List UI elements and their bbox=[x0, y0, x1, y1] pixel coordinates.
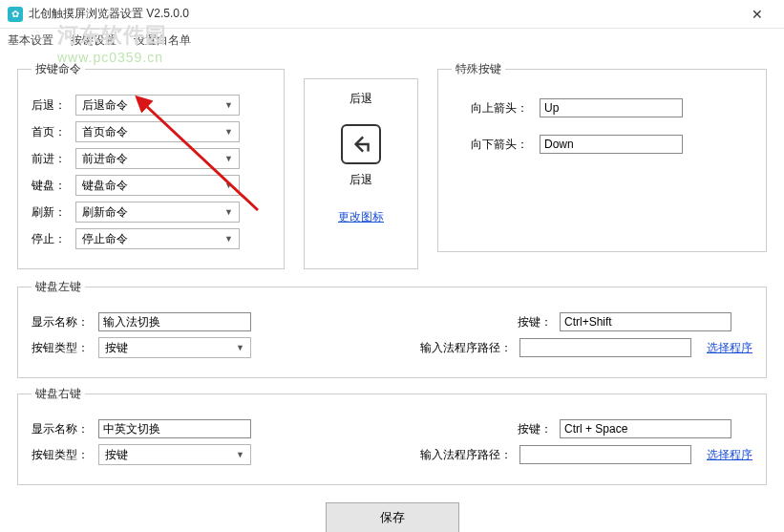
kb-left-hotkey-input[interactable] bbox=[560, 312, 731, 331]
chevron-down-icon: ▼ bbox=[224, 100, 233, 110]
back-dropdown[interactable]: 后退命令 ▼ bbox=[75, 95, 240, 116]
kb-left-legend: 键盘左键 bbox=[32, 279, 85, 295]
forward-dropdown-value: 前进命令 bbox=[82, 151, 128, 167]
home-dropdown-value: 首页命令 bbox=[82, 124, 128, 140]
save-button[interactable]: 保存 bbox=[326, 502, 459, 532]
kb-right-path-input[interactable] bbox=[519, 445, 691, 464]
kb-right-type-dropdown[interactable]: 按键 ▼ bbox=[98, 444, 251, 465]
menu-basic[interactable]: 基本设置 bbox=[8, 32, 53, 49]
chevron-down-icon: ▼ bbox=[224, 181, 233, 190]
kb-left-group: 键盘左键 显示名称： 按键： x 按钮类型： 按键 ▼ 输入法程序路径： 选择程… bbox=[17, 279, 767, 378]
kb-right-name-label: 显示名称： bbox=[32, 421, 98, 437]
kb-left-hotkey-label: 按键： bbox=[456, 314, 552, 330]
forward-label: 前进： bbox=[32, 151, 75, 167]
menubar: 基本设置 按键设置 设置白名单 bbox=[0, 29, 784, 52]
kb-right-legend: 键盘右键 bbox=[32, 386, 85, 402]
stop-dropdown[interactable]: 停止命令 ▼ bbox=[75, 228, 240, 249]
command-group: 按键命令 后退： 后退命令 ▼ 首页： 首页命令 ▼ 前进： 前进命令 bbox=[17, 61, 285, 269]
window-title: 北创触摸屏浏览器设置 V2.5.0.0 bbox=[29, 6, 738, 22]
kb-left-type-value: 按键 bbox=[105, 340, 128, 356]
command-legend: 按键命令 bbox=[32, 61, 85, 77]
kb-left-path-input[interactable] bbox=[519, 338, 691, 357]
kb-left-path-label: 输入法程序路径： bbox=[416, 340, 512, 356]
home-label: 首页： bbox=[32, 124, 75, 140]
preview-label: 后退 bbox=[350, 172, 372, 188]
kb-right-name-input[interactable] bbox=[98, 419, 251, 438]
kb-right-path-label: 输入法程序路径： bbox=[416, 447, 512, 463]
chevron-down-icon: ▼ bbox=[236, 450, 244, 459]
up-arrow-input[interactable] bbox=[540, 98, 683, 117]
keyboard-dropdown-value: 键盘命令 bbox=[82, 178, 128, 194]
preview-box: 后退 后退 更改图标 bbox=[304, 78, 418, 269]
home-dropdown[interactable]: 首页命令 ▼ bbox=[75, 121, 240, 142]
kb-left-type-label: 按钮类型： bbox=[32, 340, 98, 356]
stop-dropdown-value: 停止命令 bbox=[82, 231, 128, 247]
refresh-dropdown[interactable]: 刷新命令 ▼ bbox=[75, 202, 240, 223]
stop-label: 停止： bbox=[32, 231, 75, 247]
titlebar: ✿ 北创触摸屏浏览器设置 V2.5.0.0 ✕ bbox=[0, 0, 784, 29]
chevron-down-icon: ▼ bbox=[224, 207, 233, 217]
close-icon[interactable]: ✕ bbox=[738, 7, 776, 22]
chevron-down-icon: ▼ bbox=[224, 127, 233, 137]
kb-left-type-dropdown[interactable]: 按键 ▼ bbox=[98, 337, 251, 358]
kb-right-hotkey-input[interactable] bbox=[560, 419, 731, 438]
chevron-down-icon: ▼ bbox=[236, 343, 244, 352]
kb-left-choose-link[interactable]: 选择程序 bbox=[707, 340, 752, 356]
chevron-down-icon: ▼ bbox=[224, 234, 233, 244]
back-label: 后退： bbox=[32, 97, 75, 114]
app-icon: ✿ bbox=[8, 7, 23, 22]
kb-right-type-label: 按钮类型： bbox=[32, 447, 98, 463]
kb-right-hotkey-label: 按键： bbox=[456, 421, 552, 437]
refresh-label: 刷新： bbox=[32, 204, 75, 221]
refresh-dropdown-value: 刷新命令 bbox=[82, 204, 128, 221]
down-arrow-label: 向下箭头： bbox=[452, 137, 528, 153]
down-arrow-input[interactable] bbox=[540, 135, 683, 154]
preview-title: 后退 bbox=[350, 91, 372, 107]
kb-right-group: 键盘右键 显示名称： 按键： x 按钮类型： 按键 ▼ 输入法程序路径： 选择程… bbox=[17, 386, 767, 485]
special-keys-group: 特殊按键 向上箭头： 向下箭头： bbox=[437, 61, 767, 252]
back-dropdown-value: 后退命令 bbox=[82, 97, 128, 114]
back-arrow-icon bbox=[341, 124, 381, 164]
kb-left-name-input[interactable] bbox=[98, 312, 251, 331]
special-legend: 特殊按键 bbox=[452, 61, 505, 77]
up-arrow-label: 向上箭头： bbox=[452, 100, 528, 117]
kb-left-name-label: 显示名称： bbox=[32, 314, 98, 330]
keyboard-dropdown[interactable]: 键盘命令 ▼ bbox=[75, 175, 240, 196]
change-icon-link[interactable]: 更改图标 bbox=[338, 209, 384, 225]
menu-whitelist[interactable]: 设置白名单 bbox=[134, 32, 191, 49]
chevron-down-icon: ▼ bbox=[224, 154, 233, 163]
kb-right-type-value: 按键 bbox=[105, 447, 128, 463]
menu-keys[interactable]: 按键设置 bbox=[71, 32, 117, 49]
kb-right-choose-link[interactable]: 选择程序 bbox=[707, 447, 752, 463]
forward-dropdown[interactable]: 前进命令 ▼ bbox=[75, 148, 240, 169]
keyboard-label: 键盘： bbox=[32, 178, 75, 194]
